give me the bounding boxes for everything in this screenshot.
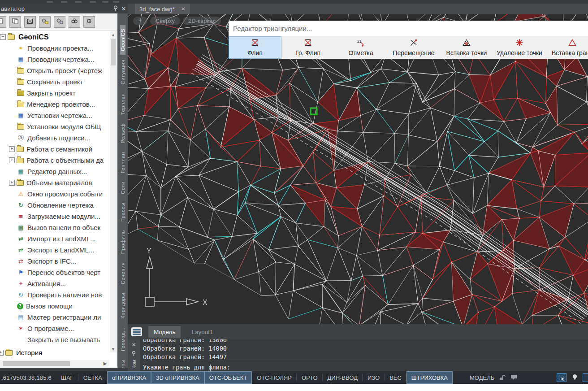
toolbar-button[interactable] [83, 16, 95, 28]
tree-item[interactable]: +Работа с семантикой [0, 143, 108, 155]
tree-item[interactable]: ↻Проверить наличие нов [0, 289, 108, 300]
module-tab-трассы[interactable]: Трассы [120, 199, 125, 225]
tree-item[interactable]: ≡Загружаемые модули... [0, 211, 108, 222]
module-tab-терплан[interactable]: Терплан [120, 90, 125, 118]
tri-editor-button-insert-point[interactable]: Вставка точки [440, 36, 493, 59]
pin-icon[interactable] [132, 350, 136, 356]
tree-item[interactable]: ?Вызов помощи [0, 300, 108, 312]
status-toggle-изо[interactable]: ИЗО [363, 371, 385, 384]
scroll-right-icon[interactable]: ▶ [102, 360, 108, 367]
tree-root-geonics[interactable]: −GeoniCS [0, 31, 108, 43]
tree-item[interactable]: ▦Проводник чертежа... [0, 54, 108, 65]
tree-item[interactable]: +Работа с объектными да [0, 155, 108, 166]
tree-item[interactable]: ✶Проводник проекта... [0, 43, 108, 54]
tree-item[interactable]: Закрыть проект [0, 87, 108, 99]
tree-item[interactable]: ⓐДобавить подписи... [0, 132, 108, 143]
tree-item[interactable]: ✦Активация... [0, 278, 108, 289]
expand-icon[interactable]: + [0, 350, 4, 356]
top-ribbon-strip [0, 0, 588, 4]
lightbulb-icon[interactable] [570, 373, 579, 382]
tri-editor-button-delete-point[interactable]: Удаление точки [493, 36, 546, 59]
tri-editor-button-flip[interactable]: Флип [229, 36, 281, 59]
lock-open-icon[interactable] [499, 374, 506, 381]
tri-editor-button-group-flip[interactable]: Гр. Флип [281, 36, 334, 59]
module-tab-генплан[interactable]: Генплан [120, 148, 125, 177]
status-toggle-отс-объект[interactable]: ОТС-ОБЪЕКТ [204, 371, 252, 384]
tree-item[interactable]: ▤Вызов панели по объек [0, 222, 108, 233]
tree-item[interactable]: ▤Мастер регистрации ли [0, 312, 108, 323]
toolbar-button[interactable] [69, 16, 80, 28]
scrollbar-thumb[interactable] [3, 361, 70, 366]
status-toggle-дин-ввод[interactable]: ДИН-ВВОД [323, 371, 363, 384]
expand-icon[interactable]: + [9, 180, 15, 186]
status-toggle-вес[interactable]: ВЕС [385, 371, 406, 384]
layout1-tab[interactable]: Layout1 [186, 326, 218, 338]
toolbar-button[interactable] [0, 16, 6, 28]
expand-icon[interactable]: + [9, 157, 15, 163]
tree-item[interactable]: ▦Редактор данных... [0, 166, 108, 177]
tree-item[interactable]: ⇄Экспорт в IFC... [0, 256, 108, 267]
visual-style-control[interactable]: 2D-каркас [183, 17, 221, 25]
tri-editor-button-elevation[interactable]: 21Отметка [334, 36, 387, 59]
viewport-menu-control[interactable]: + [133, 17, 147, 25]
clean-screen-icon[interactable] [583, 373, 588, 382]
tree-item[interactable]: ⚠Окно просмотра событи [0, 188, 108, 200]
tree-item[interactable]: ⇄Импорт из LandXML... [0, 233, 108, 244]
vertical-scrollbar[interactable]: ▲ ▼ [110, 31, 117, 352]
scroll-up-icon[interactable]: ▲ [110, 31, 117, 38]
status-toggle-сетка[interactable]: СЕТКА [78, 371, 107, 384]
expand-icon[interactable]: + [9, 146, 15, 152]
close-icon[interactable]: ✕ [120, 5, 128, 12]
pin-icon[interactable] [112, 5, 120, 12]
toolbar-button[interactable] [24, 16, 36, 28]
drawing-explorer-icon: ▦ [17, 56, 25, 63]
tree-item-history[interactable]: +История [0, 347, 108, 358]
module-tab-профиль[interactable]: Профиль [120, 226, 125, 257]
module-tab-геомод-[interactable]: Геомод... [120, 324, 125, 355]
tree-item[interactable]: ✶О программе... [0, 323, 108, 334]
module-tab-рельеф[interactable]: Рельеф [120, 120, 125, 147]
status-toggle-орто[interactable]: ОРТО [297, 371, 323, 384]
command-prompt[interactable]: Укажите грань для флипа: [143, 362, 588, 371]
drawing-viewport[interactable]: +Сверху2D-каркас Y X Редактор триангуляц… [128, 14, 588, 324]
tree-item[interactable]: Менеджер проектов... [0, 99, 108, 110]
module-tab-ситуация[interactable]: Ситуация [120, 56, 125, 88]
module-tab-сети[interactable]: Сети [120, 178, 125, 198]
tree-item[interactable]: Установки модуля ОБЩ [0, 121, 108, 132]
status-toggle-отс-поляр[interactable]: ОТС-ПОЛЯР [252, 371, 297, 384]
drawing-tab[interactable]: 3d_face.dwg* ✕ [135, 4, 190, 14]
application-window: авигатор ✕ −GeoniCS✶Проводник проекта...… [0, 0, 588, 391]
tree-item[interactable]: Сохранить проект [0, 76, 108, 87]
tree-item[interactable]: ↻Обновление чертежа [0, 200, 108, 211]
tri-editor-button-label: Гр. Флип [295, 49, 320, 56]
tree-item[interactable]: ⇄Экспорт в LandXML... [0, 244, 108, 256]
tree-item[interactable]: ⚑Перенос объектов черт [0, 267, 108, 278]
status-toggle-опривязка[interactable]: оПРИВЯЗКА [107, 371, 151, 384]
scroll-down-icon[interactable]: ▼ [110, 346, 117, 352]
collapse-icon[interactable]: − [0, 34, 6, 40]
tri-editor-button-move-point[interactable]: Перемещение [387, 36, 440, 59]
module-tab-geonics[interactable]: GeoniCS [120, 25, 125, 55]
tab-close-icon[interactable]: ✕ [181, 6, 186, 12]
toolbar-button[interactable] [9, 16, 21, 28]
tree-item[interactable]: ▦Установки чертежа... [0, 110, 108, 121]
tri-editor-button-insert-face[interactable]: Вставка грани [546, 36, 588, 59]
module-tab-коридоры[interactable]: Коридоры [120, 289, 125, 322]
tree-item[interactable]: +Объемы материалов [0, 177, 108, 188]
selection-cycling-icon[interactable] [557, 373, 566, 382]
tree-item[interactable]: Закрыть и не вызывать [0, 334, 108, 345]
quick-view-layouts-icon[interactable] [131, 327, 142, 336]
status-toggle-3d-опривязка[interactable]: 3D оПРИВЯЗКА [151, 371, 204, 384]
status-toggle-штриховка[interactable]: ШТРИХОВКА [406, 371, 453, 384]
scrollbar-thumb[interactable] [111, 39, 116, 65]
status-toggle-шаг[interactable]: ШАГ [56, 371, 78, 384]
module-tab-сечения[interactable]: Сечения [120, 259, 125, 288]
toolbar-button[interactable] [54, 16, 65, 28]
horizontal-scrollbar[interactable]: ▶ [0, 360, 109, 367]
view-direction-control[interactable]: Сверху [150, 17, 180, 25]
tree-item[interactable]: Открыть проект (чертеж [0, 65, 108, 76]
toolbar-button[interactable] [39, 16, 51, 28]
model-tab[interactable]: Модель [148, 326, 181, 338]
annotation-monitor-icon[interactable] [510, 374, 518, 381]
close-icon[interactable]: ✕ [131, 342, 136, 348]
